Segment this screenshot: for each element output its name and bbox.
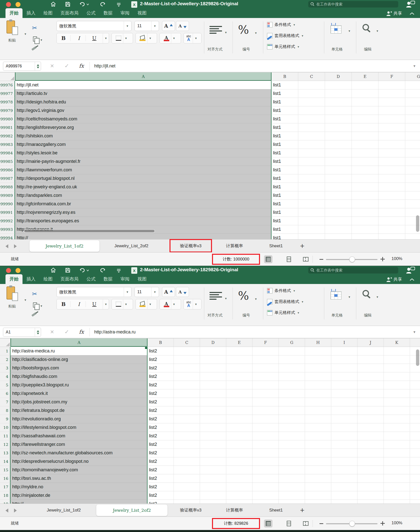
cell-empty[interactable] [331, 372, 358, 381]
cell-empty[interactable] [378, 140, 405, 149]
cell-url[interactable]: http://transportes.europages.es [15, 217, 272, 225]
number-format-button[interactable]: % [238, 289, 249, 302]
cell-empty[interactable] [405, 106, 420, 115]
cell-empty[interactable] [384, 364, 410, 372]
sheet-tab-jewelry-list-2of2[interactable]: Jewelry_List_2of2 [96, 505, 168, 516]
editing-button[interactable] [362, 24, 369, 30]
copy-dropdown-icon[interactable]: ▼ [40, 304, 43, 307]
cell-empty[interactable] [410, 449, 420, 457]
cell-tag[interactable]: list1 [272, 89, 298, 98]
cell-empty[interactable] [226, 406, 252, 415]
cell-empty[interactable] [226, 364, 252, 372]
paste-dropdown-icon[interactable]: ▼ [24, 298, 27, 301]
cell-empty[interactable] [358, 449, 384, 457]
row-header[interactable]: 999986 [0, 166, 15, 174]
close-button[interactable] [6, 2, 11, 7]
column-header-J[interactable]: J [358, 338, 384, 347]
cell-empty[interactable] [378, 106, 405, 115]
tab-home[interactable]: 开始 [6, 274, 22, 284]
cell-empty[interactable] [298, 200, 325, 208]
alignment-dropdown-icon[interactable]: ▼ [224, 297, 227, 300]
cell-empty[interactable] [298, 106, 325, 115]
cell-empty[interactable] [352, 123, 378, 132]
cell-empty[interactable] [358, 381, 384, 389]
tab-insert[interactable]: 插入 [22, 8, 40, 18]
cell-empty[interactable] [174, 398, 200, 406]
row-header[interactable]: 5 [0, 381, 10, 389]
share-button[interactable]: 共享 [386, 10, 402, 16]
cell-tag[interactable]: list1 [272, 115, 298, 123]
zoom-out-button[interactable] [320, 523, 323, 524]
cell-empty[interactable] [298, 191, 325, 200]
cell-empty[interactable] [325, 208, 352, 217]
paste-button[interactable] [6, 20, 18, 35]
clear-format-button[interactable]: abcA▼ [184, 33, 202, 43]
view-page-layout-button[interactable] [284, 520, 293, 528]
tab-home[interactable]: 开始 [6, 8, 22, 18]
cell-tag[interactable]: list2 [148, 432, 174, 440]
cell-empty[interactable] [252, 432, 279, 440]
cell-url[interactable]: http://bootsforguys.com [10, 364, 148, 372]
cell-empty[interactable] [200, 381, 226, 389]
cell-url[interactable]: http://re-jewelry-england.co.uk [15, 183, 272, 191]
cell-empty[interactable] [352, 81, 378, 89]
cell-empty[interactable] [325, 191, 352, 200]
cut-icon[interactable]: ✂ [32, 290, 37, 297]
cell-empty[interactable] [410, 440, 420, 449]
row-header[interactable]: 999983 [0, 140, 15, 149]
cell-empty[interactable] [384, 466, 410, 474]
row-header[interactable]: 7 [0, 398, 10, 406]
redo-icon[interactable] [100, 267, 106, 273]
cell-tag[interactable]: list1 [272, 217, 298, 225]
cell-tag[interactable]: list2 [148, 491, 174, 500]
row-header[interactable]: 19 [0, 500, 10, 504]
cell-empty[interactable] [174, 364, 200, 372]
cell-tag[interactable]: list2 [148, 398, 174, 406]
number-dropdown-icon[interactable]: ▼ [254, 31, 257, 34]
underline-button[interactable]: U [88, 35, 101, 41]
cell-empty[interactable] [200, 372, 226, 381]
cell-empty[interactable] [325, 106, 352, 115]
row-header[interactable]: 2 [0, 355, 10, 364]
number-format-button[interactable]: % [238, 23, 249, 36]
cell-empty[interactable] [298, 217, 325, 225]
cell-empty[interactable] [174, 440, 200, 449]
cell-empty[interactable] [358, 440, 384, 449]
sheet-tab-jewelry-list-1of2[interactable]: Jewelry_List_1of2 [30, 240, 100, 252]
cell-empty[interactable] [378, 183, 405, 191]
name-box-spinner-icon[interactable] [35, 62, 41, 70]
cell-empty[interactable] [325, 174, 352, 183]
cell-empty[interactable] [384, 398, 410, 406]
cell-url[interactable]: http://lifestylemind.blogspot.com [10, 423, 148, 432]
cells-dropdown-icon[interactable]: ▼ [348, 29, 351, 32]
cell-empty[interactable] [174, 381, 200, 389]
cell-empty[interactable] [226, 483, 252, 491]
copy-icon[interactable] [33, 302, 37, 307]
quick-access-overflow-icon[interactable] [116, 267, 122, 273]
cell-tag[interactable]: list1 [272, 81, 298, 89]
cell-empty[interactable] [358, 491, 384, 500]
search-box[interactable]: 在工作表中搜索 [308, 267, 398, 273]
cell-empty[interactable] [174, 389, 200, 398]
cell-empty[interactable] [378, 234, 405, 239]
cell-empty[interactable] [298, 123, 325, 132]
cell-empty[interactable] [331, 449, 358, 457]
cell-empty[interactable] [331, 474, 358, 483]
cell-empty[interactable] [331, 432, 358, 440]
cell-empty[interactable] [305, 381, 331, 389]
cell-empty[interactable] [325, 98, 352, 106]
row-header[interactable]: 6 [0, 389, 10, 398]
cell-empty[interactable] [331, 491, 358, 500]
cell-empty[interactable] [352, 217, 378, 225]
cell-url[interactable]: http://astra-medica.ru [10, 347, 148, 355]
format-painter-icon[interactable] [32, 46, 37, 51]
cell-empty[interactable] [405, 174, 420, 183]
minimize-button[interactable] [16, 2, 20, 7]
cell-empty[interactable] [384, 449, 410, 457]
cell-url[interactable]: http://nojvremnegrizzly.esy.es [15, 208, 272, 217]
cell-empty[interactable] [410, 483, 420, 491]
cell-empty[interactable] [298, 166, 325, 174]
cell-url[interactable]: http://sz-newtech.manufacturer.globalsou… [10, 449, 148, 457]
row-header[interactable]: 12 [0, 440, 10, 449]
cell-empty[interactable] [200, 432, 226, 440]
